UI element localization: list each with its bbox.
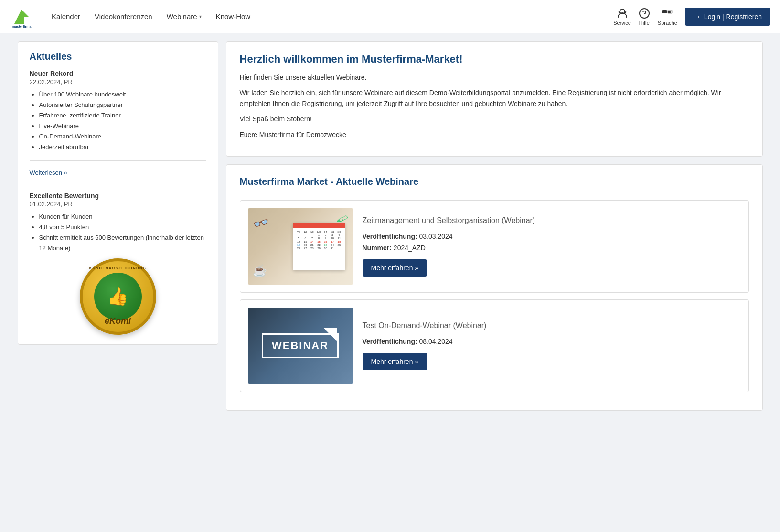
musterfirma-logo-icon: musterfirma ihr service	[10, 5, 33, 29]
aktuelles-title: Aktuelles	[30, 51, 206, 62]
calendar-grid: Mo Di Mi Do Fr Sa So 1	[296, 230, 342, 250]
welcome-title: Herzlich willkommen im Musterfirma-Marke…	[240, 53, 749, 65]
webinar-img-zeitmanagement: 👓 🖊 ☕ Mo Di Mi Do Fr Sa	[248, 208, 353, 285]
list-item: Autorisierter Schulungspartner	[39, 100, 206, 110]
webinar-item-test-on-demand: WEBINAR Test On-Demand-Webinar (Webinar)…	[240, 299, 749, 392]
webinar-label-box: WEBINAR	[262, 333, 339, 358]
coffee-icon: ☕	[253, 264, 267, 277]
hilfe-label: Hilfe	[639, 20, 650, 26]
webinar-date-test: Veröffentlichung: 08.04.2024	[363, 338, 741, 345]
news-date-1: 22.02.2024, PR	[30, 78, 206, 85]
ekomi-circle: KUNDENAUSZEICHNUNG 👍 eKomi	[80, 258, 156, 335]
list-item: 4,8 von 5 Punkten	[39, 222, 206, 233]
svg-text:R: R	[668, 11, 671, 13]
service-label: Service	[613, 20, 631, 26]
news-list-1: Über 100 Webinare bundesweit Autorisiert…	[30, 89, 206, 153]
hilfe-icon	[639, 8, 650, 19]
aktuelles-card: Aktuelles Neuer Rekord 22.02.2024, PR Üb…	[18, 41, 218, 345]
list-item: Erfahrene, zertifizierte Trainer	[39, 110, 206, 121]
ekomi-thumbs-up-icon: 👍	[107, 287, 128, 307]
header-right: Service Hilfe A R Sprache → Login | Regi…	[613, 8, 770, 26]
webinar-name-zeitmanagement: Zeitmanagement und Selbstorganisation (W…	[363, 216, 741, 225]
calendar-header-strip	[293, 223, 345, 228]
nav-kalender[interactable]: Kalender	[52, 12, 80, 21]
main-container: Aktuelles Neuer Rekord 22.02.2024, PR Üb…	[8, 33, 772, 418]
login-arrow-icon: →	[694, 12, 701, 21]
ekomi-top-text: KUNDENAUSZEICHNUNG	[89, 266, 147, 270]
calendar-image: 👓 🖊 ☕ Mo Di Mi Do Fr Sa	[248, 208, 353, 285]
news-item-neuer-rekord: Neuer Rekord 22.02.2024, PR Über 100 Web…	[30, 70, 206, 153]
weiterlesen-link[interactable]: Weiterlesen »	[30, 169, 67, 176]
webinar-name-test: Test On-Demand-Webinar (Webinar)	[363, 321, 741, 330]
news-title-1: Neuer Rekord	[30, 70, 206, 77]
list-item: Jederzeit abrufbar	[39, 142, 206, 152]
content-area: Herzlich willkommen im Musterfirma-Marke…	[226, 41, 763, 411]
webinar-video-image: WEBINAR	[248, 308, 353, 384]
webinar-item-zeitmanagement: 👓 🖊 ☕ Mo Di Mi Do Fr Sa	[240, 200, 749, 293]
webinar-info-zeitmanagement: Zeitmanagement und Selbstorganisation (W…	[363, 208, 741, 285]
news-item-excellente: Excellente Bewertung 01.02.2024, PR Kund…	[30, 192, 206, 254]
sprache-icon: A R	[662, 8, 673, 19]
nav-webinare[interactable]: Webinare ▾	[167, 12, 202, 21]
calendar-inner: Mo Di Mi Do Fr Sa So 1	[293, 223, 345, 270]
nav-know-how[interactable]: Know-How	[216, 12, 251, 21]
webinare-dropdown-arrow: ▾	[199, 14, 202, 19]
webinar-info-test: Test On-Demand-Webinar (Webinar) Veröffe…	[363, 308, 741, 384]
webinars-section-title: Musterfirma Market - Aktuelle Webinare	[240, 176, 749, 192]
news-date-2: 01.02.2024, PR	[30, 201, 206, 208]
service-button[interactable]: Service	[613, 8, 631, 26]
news-title-2: Excellente Bewertung	[30, 192, 206, 200]
webinar-nummer-zeitmanagement: Nummer: 2024_AZD	[363, 244, 741, 252]
ekomi-bottom-text: eKomi	[105, 316, 131, 326]
webinars-card: Musterfirma Market - Aktuelle Webinare 👓…	[226, 164, 763, 411]
login-button[interactable]: → Login | Registrieren	[685, 8, 770, 26]
list-item: Live-Webinare	[39, 121, 206, 131]
list-item: Schnitt ermittelt aus 600 Bewertungen (i…	[39, 233, 206, 254]
sprache-button[interactable]: A R Sprache	[658, 8, 677, 26]
login-label: Login | Registrieren	[704, 13, 762, 21]
welcome-card: Herzlich willkommen im Musterfirma-Marke…	[226, 41, 763, 157]
sprache-label: Sprache	[658, 20, 677, 26]
welcome-para1: Hier finden Sie unsere aktuellen Webinar…	[240, 72, 749, 83]
hilfe-button[interactable]: Hilfe	[639, 8, 650, 26]
mehr-btn-zeitmanagement[interactable]: Mehr erfahren »	[363, 259, 427, 277]
nav-videokonferenzen[interactable]: Videokonferenzen	[95, 12, 152, 21]
webinar-img-test: WEBINAR	[248, 308, 353, 384]
webinar-arrow-icon	[323, 321, 343, 341]
news-list-2: Kunden für Kunden 4,8 von 5 Punkten Schn…	[30, 212, 206, 254]
logo-area[interactable]: musterfirma ihr service	[10, 5, 37, 29]
ekomi-inner-circle: 👍	[94, 273, 142, 320]
service-icon	[617, 8, 628, 19]
webinar-label-text: WEBINAR	[272, 340, 329, 351]
sidebar: Aktuelles Neuer Rekord 22.02.2024, PR Üb…	[18, 41, 218, 411]
webinar-date-zeitmanagement: Veröffentlichung: 03.03.2024	[363, 233, 741, 240]
svg-text:musterfirma: musterfirma	[12, 25, 32, 28]
ekomi-badge: KUNDENAUSZEICHNUNG 👍 eKomi	[30, 254, 206, 335]
welcome-para2: Wir laden Sie herzlich ein, sich für uns…	[240, 87, 749, 109]
welcome-para3: Viel Spaß beim Stöbern!	[240, 114, 749, 124]
mehr-btn-test[interactable]: Mehr erfahren »	[363, 353, 427, 370]
svg-text:A: A	[663, 11, 665, 13]
welcome-para4: Euere Musterfirma für Demozwecke	[240, 129, 749, 140]
list-item: Über 100 Webinare bundesweit	[39, 89, 206, 100]
main-nav: Kalender Videokonferenzen Webinare ▾ Kno…	[52, 12, 613, 21]
glasses-icon: 👓	[251, 213, 271, 233]
list-item: Kunden für Kunden	[39, 212, 206, 222]
list-item: On-Demand-Webinare	[39, 131, 206, 142]
header: musterfirma ihr service Kalender Videoko…	[0, 0, 780, 33]
